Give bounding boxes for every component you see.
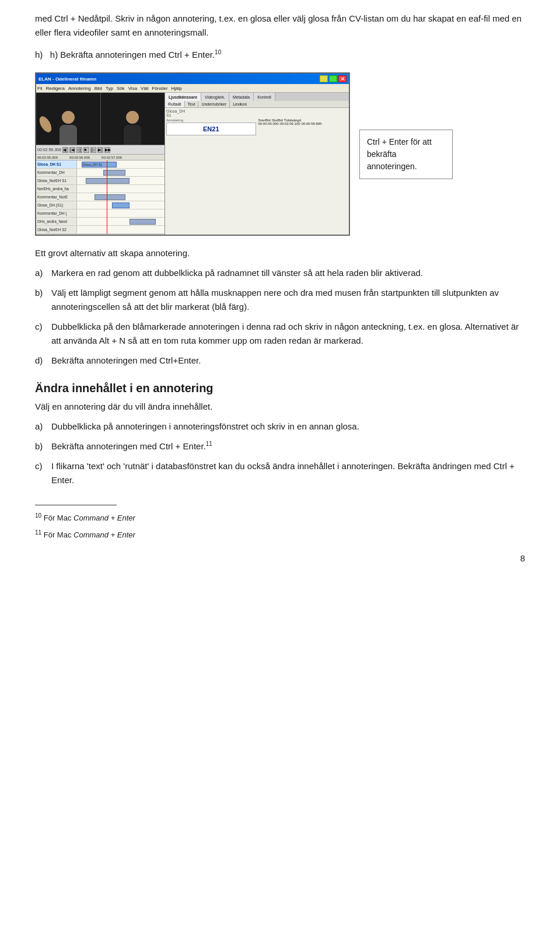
alt-step-a-label: a) — [35, 266, 51, 280]
page-number: 8 — [35, 553, 525, 563]
track-name-1: Glosa_DH S1 — [36, 160, 77, 168]
timecode-display: 00:02:56.306 — [37, 148, 61, 152]
footnote-11-italic: Command + Enter — [74, 530, 135, 539]
elan-main-body: 00:02:56.306 ◀ |◀ ◁| ■ |▷ ▶| ▶▶ 00:02:55… — [36, 93, 349, 236]
callout-text: Ctrl + Enter för att bekräfta annotering… — [367, 137, 432, 171]
subtab-lexikon[interactable]: Lexikon — [230, 101, 250, 107]
person-1-head — [62, 111, 75, 124]
menu-bild[interactable]: Bild — [94, 86, 102, 91]
elan-title-bar: ELAN - Odelinerat filnamn ✕ — [36, 74, 349, 84]
menu-typ[interactable]: Typ — [106, 86, 113, 91]
minimize-button[interactable] — [320, 75, 328, 82]
track-body-8 — [77, 218, 164, 225]
annotation-field-1: Annotering EN21 — [166, 118, 256, 135]
person-1-silhouette — [60, 111, 77, 145]
close-button[interactable]: ✕ — [338, 75, 346, 82]
person-2-head — [126, 111, 139, 124]
track-row-9: Glosa_NorEH S2 — [36, 226, 164, 234]
track-body-6 — [77, 201, 164, 209]
menu-fonster[interactable]: Fönster — [152, 86, 167, 91]
fast-fwd-button[interactable]: ▶▶ — [104, 147, 110, 153]
elan-annotation-panel: Glosa_DH S1 Annotering EN21 StartBid Slu… — [165, 108, 349, 236]
time-tick-2: 00:02:56.000 — [69, 156, 90, 159]
footnote-10: 10 För Mac Command + Enter — [35, 511, 525, 525]
person-2-silhouette — [124, 111, 141, 145]
elan-playback-controls: 00:02:56.306 ◀ |◀ ◁| ■ |▷ ▶| ▶▶ — [36, 145, 164, 155]
person-2-body — [124, 125, 141, 145]
alt-step-c-label: c) — [35, 320, 51, 348]
annotation-fields-row: Annotering EN21 StartBid SlutBid Tidslaä… — [166, 118, 348, 135]
screenshot-area: ELAN - Odelinerat filnamn ✕ Fil Redigera… — [35, 72, 525, 236]
callout-box: Ctrl + Enter för att bekräfta annotering… — [359, 130, 453, 179]
glosa-label: Glosa_DH S1 — [166, 109, 184, 117]
rewind-button[interactable]: |◀ — [69, 147, 75, 153]
alt-section-intro: Ett grovt alternativ att skapa annoterin… — [35, 246, 525, 260]
track-body-1: Glosa_DH S1 — [77, 160, 164, 168]
track-name-8: DHs_andra_hand — [36, 218, 77, 225]
elan-time-ruler: 00:02:55.000 00:02:56.000 00:02:57.000 — [36, 155, 164, 160]
change-step-b-label: b) — [35, 439, 51, 453]
tab-kontroll[interactable]: Kontroll — [254, 93, 275, 101]
footnote-10-italic: Command + Enter — [74, 514, 135, 522]
annotation-block-6[interactable] — [112, 202, 130, 208]
footnote-ref-11: 11 — [206, 441, 212, 447]
change-step-a-label: a) — [35, 420, 51, 434]
tab-metadata[interactable]: Metadata — [229, 93, 254, 101]
change-step-b: b) Bekräfta annoteringen med Ctrl + Ente… — [35, 439, 525, 453]
menu-hjalp[interactable]: Hjälp — [172, 86, 182, 91]
change-section-title: Ändra innehållet i en annotering — [35, 382, 525, 395]
subtab-text[interactable]: Text — [185, 101, 199, 107]
elan-screenshot: ELAN - Odelinerat filnamn ✕ Fil Redigera… — [35, 72, 350, 236]
annotation-value-display[interactable]: EN21 — [166, 123, 256, 135]
menu-sok[interactable]: Sök — [117, 86, 125, 91]
elan-app-title: ELAN - Odelinerat filnamn — [38, 76, 320, 82]
menu-redigera[interactable]: Redigera — [46, 86, 64, 91]
elan-subtabs: Ruttaät Text Underrubriker Lexikon — [165, 101, 349, 108]
track-name-2: Kommentar_DH — [36, 169, 77, 176]
play-button[interactable]: ◀ — [62, 147, 68, 153]
elan-right-panel: Ljusdkänssare Videogänk. Metadata Kontro… — [164, 93, 349, 236]
track-body-4 — [77, 185, 164, 193]
alt-step-b-label: b) — [35, 286, 51, 314]
forward-button[interactable]: ▶| — [97, 147, 103, 153]
stop-button[interactable]: ■ — [83, 147, 89, 153]
elan-playhead — [107, 160, 107, 234]
track-body-5 — [77, 193, 164, 201]
page-content: med Ctrl + Nedåtpil. Skriv in någon anno… — [35, 12, 525, 563]
subtab-rutnat[interactable]: Ruttaät — [165, 101, 185, 107]
track-row-2: Kommentar_DH — [36, 169, 164, 177]
change-step-c: c) I flikarna 'text' och 'rutnät' i data… — [35, 459, 525, 487]
maximize-button[interactable] — [329, 75, 337, 82]
elan-left-panel: 00:02:56.306 ◀ |◀ ◁| ■ |▷ ▶| ▶▶ 00:02:55… — [36, 93, 164, 236]
change-step-b-text-content: Bekräfta annoteringen med Ctrl + Enter. — [51, 441, 206, 451]
time-start-val: 00:00:56.000 — [258, 122, 279, 125]
track-body-2 — [77, 169, 164, 176]
menu-fil[interactable]: Fil — [37, 86, 42, 91]
time-values: 00:00:56.000 00:02:09.100 00:00:58.895 — [258, 122, 348, 125]
track-body-9 — [77, 226, 164, 233]
track-row-4: NorEHs_andra_ha — [36, 185, 164, 193]
tab-ljud[interactable]: Ljusdkänssare — [165, 93, 201, 101]
subtab-underrubriker[interactable]: Underrubriker — [198, 101, 230, 107]
item-h-label: h) — [35, 50, 48, 60]
annotation-block-5[interactable] — [94, 194, 125, 200]
annotation-block-3[interactable] — [86, 178, 130, 184]
track-name-3: Glosa_NorEH S1 — [36, 177, 77, 184]
step-fwd-button[interactable]: |▷ — [90, 147, 96, 153]
item-h: h) h) Bekräfta annoteringen med Ctrl + E… — [35, 48, 525, 62]
track-row-3: Glosa_NorEH S1 — [36, 177, 164, 185]
time-dur-val: 00:00:58.895 — [302, 122, 322, 125]
menu-annotering[interactable]: Annotering — [68, 86, 91, 91]
track-body-3 — [77, 177, 164, 184]
step-back-button[interactable]: ◁| — [76, 147, 82, 153]
footnote-ref-10: 10 — [215, 49, 221, 55]
menu-vali[interactable]: Väli — [141, 86, 148, 91]
annotation-block-1[interactable]: Glosa_DH S1 — [82, 162, 117, 167]
change-step-a-text: Dubbelklicka på annoteringen i annoterin… — [51, 420, 525, 434]
change-section-lead: Välj en annotering där du vill ändra inn… — [35, 400, 525, 414]
menu-visa[interactable]: Visa — [128, 86, 137, 91]
tab-video[interactable]: Videogänk. — [201, 93, 229, 101]
annotation-block-8[interactable] — [130, 219, 156, 225]
elan-window-buttons: ✕ — [320, 75, 346, 82]
annotation-label-row: Glosa_DH S1 — [166, 109, 348, 117]
